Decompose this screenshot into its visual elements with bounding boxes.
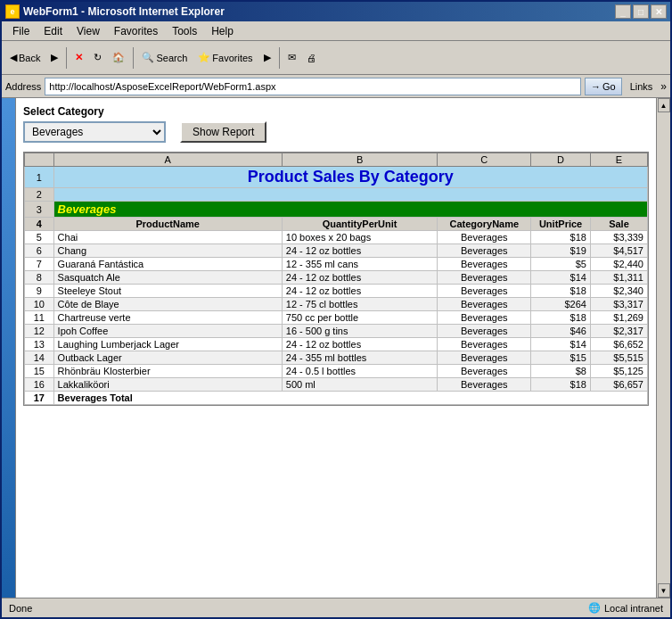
links-chevron-icon: » — [660, 80, 667, 93]
cell-qty: 12 - 355 ml cans — [282, 258, 438, 271]
controls-area: Select Category Beverages Condiments Con… — [23, 105, 649, 143]
forward-button[interactable]: ▶ — [46, 45, 62, 71]
cell-qty: 24 - 12 oz bottles — [282, 244, 438, 258]
status-bar: Done 🌐 Local intranet — [2, 598, 670, 617]
cell-cat: Beverages — [438, 378, 531, 392]
status-text: Done — [9, 603, 32, 614]
menu-view[interactable]: View — [70, 23, 107, 39]
row-num-6: 6 — [25, 244, 54, 258]
minimize-button[interactable]: _ — [615, 4, 631, 19]
cell-sale: $6,652 — [590, 338, 647, 351]
cell-price: $14 — [531, 271, 591, 285]
table-row: 10 Côte de Blaye 12 - 75 cl bottles Beve… — [25, 298, 648, 311]
stop-icon: ✕ — [75, 52, 83, 63]
cell-cat: Beverages — [438, 231, 531, 244]
address-input[interactable] — [45, 78, 581, 95]
cell-qty: 500 ml — [282, 378, 438, 392]
cell-sale: $3,317 — [590, 298, 647, 311]
toolbar-separator-2 — [133, 47, 134, 69]
row-num-10: 10 — [25, 298, 54, 311]
report-title: Product Sales By Category — [53, 167, 647, 188]
cell-product: Chang — [53, 244, 282, 258]
header-row-4: 4 ProductName QuantityPerUnit CategoryNa… — [25, 218, 648, 231]
home-button[interactable]: 🏠 — [108, 45, 129, 71]
menu-help[interactable]: Help — [204, 23, 241, 39]
cell-sale: $5,125 — [590, 365, 647, 378]
row-num-1: 1 — [25, 167, 54, 188]
header-cat: CategoryName — [438, 218, 531, 231]
table-row: 7 Guaraná Fantástica 12 - 355 ml cans Be… — [25, 258, 648, 271]
menu-edit[interactable]: Edit — [37, 23, 70, 39]
menu-favorites[interactable]: Favorites — [107, 23, 165, 39]
go-arrow-icon: → — [591, 81, 601, 92]
scroll-down-button[interactable]: ▼ — [658, 583, 670, 598]
row-num-11: 11 — [25, 311, 54, 325]
vertical-scrollbar[interactable]: ▲ ▼ — [656, 98, 670, 598]
go-button[interactable]: → Go — [585, 78, 622, 95]
row-num-3: 3 — [25, 202, 54, 218]
star-icon: ⭐ — [198, 52, 210, 63]
spreadsheet-wrapper: A B C D E 1 Product Sales By Category — [23, 152, 649, 406]
cell-product: Lakkaliköori — [53, 378, 282, 392]
back-button[interactable]: ◀ Back — [5, 45, 45, 71]
row-num-2: 2 — [25, 188, 54, 202]
header-sale: Sale — [590, 218, 647, 231]
refresh-button[interactable]: ↻ — [89, 45, 106, 71]
cell-qty: 24 - 0.5 l bottles — [282, 365, 438, 378]
cell-product: Sasquatch Ale — [53, 271, 282, 285]
cell-product: Rhönbräu Klosterbier — [53, 365, 282, 378]
cell-qty: 24 - 355 ml bottles — [282, 351, 438, 365]
category-name-cell: Beverages — [53, 202, 647, 218]
search-button[interactable]: 🔍 Search — [137, 45, 192, 71]
header-price: UnitPrice — [531, 218, 591, 231]
mail-icon: ✉ — [288, 52, 296, 63]
cell-product: Côte de Blaye — [53, 298, 282, 311]
category-dropdown[interactable]: Beverages Condiments Confections Dairy P… — [23, 121, 166, 143]
category-row-3: 3 Beverages — [25, 202, 648, 218]
print-button[interactable]: 🖨 — [302, 45, 321, 71]
address-label: Address — [5, 81, 41, 92]
maximize-button[interactable]: □ — [633, 4, 649, 19]
row-num-7: 7 — [25, 258, 54, 271]
row-num-14: 14 — [25, 351, 54, 365]
corner-header — [25, 153, 54, 167]
menu-file[interactable]: File — [5, 23, 37, 39]
main-content: Select Category Beverages Condiments Con… — [16, 98, 656, 598]
row-2-cell — [53, 188, 647, 202]
favorites-button[interactable]: ⭐ Favorites — [193, 45, 257, 71]
scroll-up-button[interactable]: ▲ — [658, 98, 670, 112]
media-button[interactable]: ▶ — [259, 45, 275, 71]
table-row: 12 Ipoh Coffee 16 - 500 g tins Beverages… — [25, 325, 648, 338]
cell-cat: Beverages — [438, 298, 531, 311]
cell-cat: Beverages — [438, 271, 531, 285]
refresh-icon: ↻ — [94, 52, 102, 63]
cell-sale: $1,311 — [590, 271, 647, 285]
cell-qty: 16 - 500 g tins — [282, 325, 438, 338]
row-2: 2 — [25, 188, 648, 202]
table-row: 16 Lakkaliköori 500 ml Beverages $18 $6,… — [25, 378, 648, 392]
cell-price: $5 — [531, 258, 591, 271]
row-num-5: 5 — [25, 231, 54, 244]
cell-price: $14 — [531, 338, 591, 351]
show-report-button[interactable]: Show Report — [180, 121, 266, 143]
cell-price: $15 — [531, 351, 591, 365]
cell-cat: Beverages — [438, 285, 531, 298]
toolbar-separator-1 — [66, 47, 67, 69]
cell-cat: Beverages — [438, 325, 531, 338]
mail-button[interactable]: ✉ — [283, 45, 300, 71]
cell-qty: 12 - 75 cl bottles — [282, 298, 438, 311]
scroll-track — [658, 112, 670, 583]
table-row: 11 Chartreuse verte 750 cc per bottle Be… — [25, 311, 648, 325]
left-sidebar — [2, 98, 16, 598]
forward-icon: ▶ — [51, 52, 58, 63]
security-icon: 🌐 — [588, 602, 601, 614]
links-button[interactable]: Links — [626, 79, 658, 94]
col-header-a: A — [53, 153, 282, 167]
cell-price: $18 — [531, 231, 591, 244]
zone-label: Local intranet — [604, 603, 663, 614]
cell-qty: 24 - 12 oz bottles — [282, 285, 438, 298]
stop-button[interactable]: ✕ — [70, 45, 87, 71]
menu-tools[interactable]: Tools — [165, 23, 204, 39]
window-title: WebForm1 - Microsoft Internet Explorer — [23, 5, 225, 18]
close-button[interactable]: ✕ — [651, 4, 667, 19]
